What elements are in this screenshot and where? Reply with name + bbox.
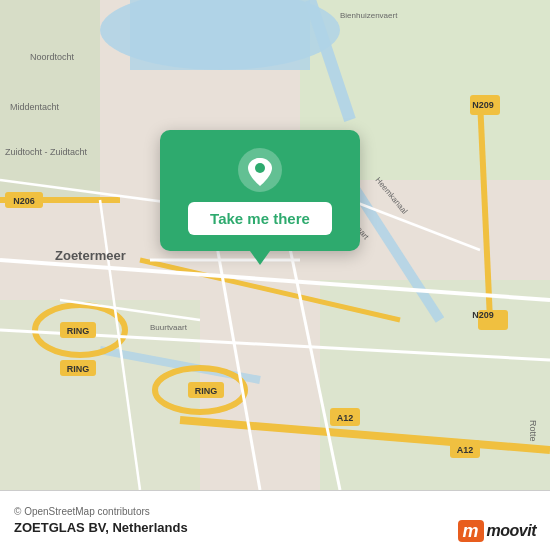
- svg-text:RING: RING: [67, 364, 90, 374]
- svg-text:A12: A12: [337, 413, 354, 423]
- svg-text:A12: A12: [457, 445, 474, 455]
- map-container: N206 RING RING RING N209 N209 A12 A12 Zo…: [0, 0, 550, 490]
- popup-card: Take me there: [160, 130, 360, 251]
- take-me-there-button[interactable]: Take me there: [188, 202, 332, 235]
- svg-rect-4: [0, 0, 100, 200]
- svg-text:N206: N206: [13, 196, 35, 206]
- location-pin-icon: [238, 148, 282, 192]
- moovit-brand-text: moovit: [487, 522, 536, 540]
- location-name: ZOETGLAS BV, Netherlands: [14, 520, 188, 535]
- svg-text:N209: N209: [472, 100, 494, 110]
- svg-text:Middentacht: Middentacht: [10, 102, 60, 112]
- svg-text:N209: N209: [472, 310, 494, 320]
- copyright-text: © OpenStreetMap contributors: [14, 506, 536, 517]
- svg-rect-6: [130, 0, 310, 70]
- svg-text:RING: RING: [195, 386, 218, 396]
- svg-text:Rotte: Rotte: [528, 420, 538, 442]
- svg-text:Bienhuizenvaert: Bienhuizenvaert: [340, 11, 398, 20]
- svg-text:RING: RING: [67, 326, 90, 336]
- moovit-letter: m: [458, 520, 484, 542]
- svg-text:Buurtvaart: Buurtvaart: [150, 323, 188, 332]
- moovit-logo: m moovit: [458, 520, 536, 542]
- footer: © OpenStreetMap contributors ZOETGLAS BV…: [0, 490, 550, 550]
- svg-text:Noordtocht: Noordtocht: [30, 52, 75, 62]
- svg-point-53: [255, 163, 265, 173]
- svg-text:Zuidtocht - Zuidtacht: Zuidtocht - Zuidtacht: [5, 147, 88, 157]
- svg-text:Zoetermeer: Zoetermeer: [55, 248, 126, 263]
